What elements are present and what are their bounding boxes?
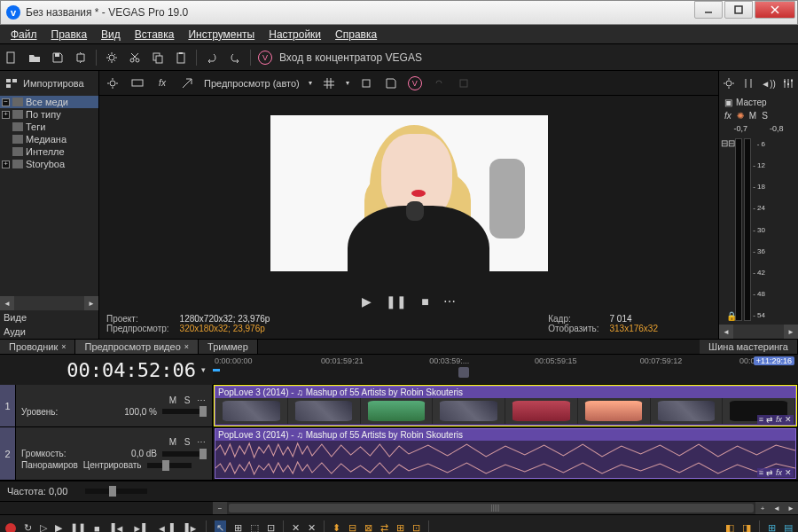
solo-button[interactable]: S xyxy=(182,437,192,447)
play-start-icon[interactable]: ▷ xyxy=(40,522,47,532)
downmix-icon[interactable] xyxy=(740,75,756,91)
close-button[interactable] xyxy=(755,1,795,19)
region-tool-icon[interactable]: ◨ xyxy=(742,522,751,532)
snap-icon[interactable]: ✕ xyxy=(292,522,300,532)
audio-track-header[interactable]: 2 MS⋯ Громкость:0,0 dB ПанорамировЦентри… xyxy=(0,427,213,480)
track-number[interactable]: 2 xyxy=(0,427,16,480)
master-hscroll[interactable]: ◄► xyxy=(719,325,798,339)
tree-item-by-type[interactable]: +По типу xyxy=(0,108,98,121)
chevron-down-icon[interactable]: ▾ xyxy=(309,79,312,87)
pause-icon[interactable]: ❚❚ xyxy=(386,294,407,309)
tab-master-bus[interactable]: Шина мастеринга xyxy=(700,340,798,354)
pan-slider[interactable] xyxy=(147,463,192,468)
paste-icon[interactable] xyxy=(173,50,189,66)
menu-settings[interactable]: Настройки xyxy=(262,27,328,43)
master-settings-icon[interactable] xyxy=(721,75,737,91)
tree-item-tags[interactable]: Теги xyxy=(0,121,98,133)
save-snapshot-icon[interactable] xyxy=(383,75,399,91)
menu-view[interactable]: Вид xyxy=(94,27,128,43)
ripple-icon[interactable]: ⇄ xyxy=(380,522,388,532)
stop-icon[interactable]: ■ xyxy=(421,294,428,309)
normal-edit-tool-icon[interactable]: ↖ xyxy=(215,520,226,532)
video-fx-icon[interactable]: fx xyxy=(154,75,170,91)
rate-slider[interactable] xyxy=(85,489,147,494)
master-fx-button[interactable]: fx xyxy=(724,111,732,121)
new-project-icon[interactable] xyxy=(4,50,20,66)
playhead-icon[interactable] xyxy=(213,369,220,372)
minimize-button[interactable] xyxy=(694,1,723,19)
clip-menu-icon[interactable]: ≡ xyxy=(759,468,763,477)
copy-icon[interactable] xyxy=(150,50,166,66)
tree-item-all-media[interactable]: −Все меди xyxy=(0,96,98,108)
video-track-lane[interactable]: PopLove 3 (2014) - ♫ Mashup of 55 Artist… xyxy=(213,385,798,426)
hub-label[interactable]: Вход в концентратор VEGAS xyxy=(279,51,422,64)
stop-icon[interactable]: ■ xyxy=(94,523,100,533)
mute-button[interactable]: M xyxy=(168,437,178,447)
level-slider[interactable] xyxy=(162,409,207,414)
stereo-link-icon[interactable]: ⊟⊟ xyxy=(721,138,735,148)
menu-insert[interactable]: Вставка xyxy=(128,27,182,43)
mixer-icon[interactable] xyxy=(780,75,796,91)
vegas-hub-icon[interactable]: V xyxy=(258,51,272,65)
audio-track-lane[interactable]: PopLove 3 (2014) - ♫ Mashup of 55 Artist… xyxy=(213,427,798,480)
copy-snapshot-icon[interactable] xyxy=(358,75,374,91)
chevron-down-icon[interactable]: ▾ xyxy=(346,79,349,87)
clip-close-icon[interactable]: ✕ xyxy=(785,415,792,424)
save-icon[interactable] xyxy=(50,50,66,66)
import-label[interactable]: Импортирова xyxy=(23,78,84,89)
menu-edit[interactable]: Правка xyxy=(44,27,95,43)
redo-icon[interactable] xyxy=(227,50,243,66)
auto-crossfade-icon[interactable]: ⊠ xyxy=(364,522,372,532)
video-track-header[interactable]: 1 MS⋯ Уровень:100,0 % xyxy=(0,385,213,426)
video-clip[interactable]: PopLove 3 (2014) - ♫ Mashup of 55 Artist… xyxy=(215,386,796,426)
volume-slider[interactable] xyxy=(162,451,207,457)
cut-icon[interactable] xyxy=(127,50,143,66)
media-views-icon[interactable] xyxy=(4,75,20,91)
lock-envelopes-icon[interactable]: ⊞ xyxy=(396,522,404,532)
split-screen-icon[interactable] xyxy=(179,75,195,91)
audio-device-icon[interactable]: ⊞ xyxy=(768,522,776,532)
loop-icon[interactable]: ↻ xyxy=(24,522,32,532)
snapping-toggle-icon[interactable]: ⬍ xyxy=(332,522,340,532)
clip-menu-icon[interactable]: ≡ xyxy=(759,415,763,424)
video-device-icon[interactable]: ▤ xyxy=(784,522,793,532)
link-icon[interactable] xyxy=(431,75,447,91)
undo-icon[interactable] xyxy=(204,50,220,66)
timecode-display[interactable]: 00:04:52:06 xyxy=(66,359,196,381)
tab-explorer[interactable]: Проводник× xyxy=(0,340,75,354)
menu-file[interactable]: Файл xyxy=(4,27,44,43)
solo-button[interactable]: S xyxy=(182,395,192,405)
ignore-grouping-icon[interactable]: ⊡ xyxy=(412,522,420,532)
mute-button[interactable]: M xyxy=(168,395,178,405)
timeline-ruler[interactable]: 0:00:00:00 00:01:59:21 00:03:59:... 00:0… xyxy=(213,355,798,385)
master-mute-button[interactable]: M xyxy=(749,111,756,121)
adjust-icon[interactable] xyxy=(456,75,472,91)
track-more-icon[interactable]: ⋯ xyxy=(196,437,207,447)
open-icon[interactable] xyxy=(27,50,43,66)
selection-tool-icon[interactable]: ⬚ xyxy=(250,522,259,532)
envelope-tool-icon[interactable]: ⊡ xyxy=(267,522,275,532)
output-select-icon[interactable]: ▣ xyxy=(724,98,732,107)
maximize-button[interactable] xyxy=(724,1,753,19)
track-more-icon[interactable]: ⋯ xyxy=(196,395,207,405)
clip-close-icon[interactable]: ✕ xyxy=(785,468,792,477)
menu-tools[interactable]: Инструменты xyxy=(181,27,262,43)
overlays-icon[interactable] xyxy=(321,75,337,91)
track-number[interactable]: 1 xyxy=(0,385,16,426)
clip-fx-icon[interactable]: fx xyxy=(776,415,782,424)
properties-icon[interactable] xyxy=(104,50,120,66)
external-monitor-icon[interactable] xyxy=(129,75,145,91)
master-solo-button[interactable]: S xyxy=(762,111,768,121)
play-icon[interactable]: ▶ xyxy=(362,294,372,309)
media-hscroll[interactable]: ◄► xyxy=(0,296,98,310)
automation-icon[interactable]: ✺ xyxy=(737,111,744,121)
audio-clip[interactable]: PopLove 3 (2014) - ♫ Mashup of 55 Artist… xyxy=(215,428,796,479)
tree-item-media[interactable]: Медиана xyxy=(0,133,98,145)
pause-icon[interactable]: ❚❚ xyxy=(70,522,86,532)
clip-fx-icon[interactable]: fx xyxy=(776,468,782,477)
play-icon[interactable]: ▶ xyxy=(55,522,62,532)
lock-icon[interactable]: 🔒 xyxy=(723,309,740,323)
next-frame-icon[interactable]: ▐► xyxy=(182,523,199,533)
go-start-icon[interactable]: ▐◄ xyxy=(108,523,125,533)
marker-tool-icon[interactable]: ◧ xyxy=(725,522,734,532)
